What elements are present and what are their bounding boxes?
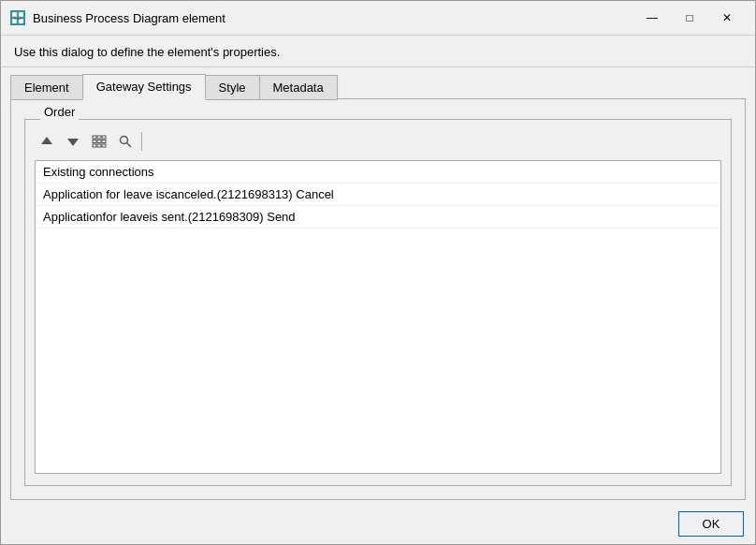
svg-rect-15 (102, 140, 106, 143)
order-toolbar (35, 128, 721, 155)
svg-marker-8 (41, 137, 52, 144)
list-item[interactable]: Applicationfor leaveis sent.(2121698309)… (36, 206, 720, 228)
tab-metadata[interactable]: Metadata (259, 75, 338, 100)
move-down-icon (66, 135, 80, 148)
svg-rect-11 (97, 136, 101, 139)
close-button[interactable]: ✕ (708, 7, 746, 29)
tab-content: Order (10, 98, 746, 500)
move-up-button[interactable] (35, 130, 59, 153)
svg-rect-14 (97, 140, 101, 143)
svg-marker-9 (67, 139, 79, 146)
tab-bar: Element Gateway Settings Style Metadata (1, 67, 755, 98)
move-down-button[interactable] (61, 130, 85, 153)
list-item[interactable]: Application for leave iscanceled.(212169… (36, 184, 720, 206)
svg-rect-18 (102, 144, 106, 147)
svg-line-20 (127, 143, 132, 148)
app-icon (10, 10, 25, 25)
svg-rect-2 (12, 19, 17, 23)
grid-button[interactable] (87, 130, 111, 153)
connections-list[interactable]: Existing connections Application for lea… (35, 160, 721, 474)
order-group: Order (24, 112, 732, 486)
bottom-bar: OK (1, 508, 755, 544)
svg-rect-12 (102, 136, 106, 139)
maximize-button[interactable]: □ (671, 7, 708, 29)
grid-icon (92, 135, 107, 148)
svg-rect-1 (19, 12, 23, 17)
move-up-icon (40, 135, 53, 148)
dialog-description: Use this dialog to define the element's … (1, 36, 755, 67)
search-button[interactable] (113, 130, 138, 153)
svg-rect-10 (93, 136, 96, 139)
toolbar-separator (141, 132, 142, 151)
svg-rect-3 (19, 19, 23, 23)
window-title: Business Process Diagram element (33, 11, 626, 25)
svg-rect-16 (93, 144, 96, 147)
search-icon (119, 135, 132, 148)
title-bar: Business Process Diagram element — □ ✕ (1, 1, 755, 36)
order-group-legend: Order (40, 105, 79, 119)
ok-button[interactable]: OK (678, 511, 744, 537)
dialog-window: Business Process Diagram element — □ ✕ U… (0, 0, 756, 545)
svg-rect-13 (93, 140, 96, 143)
svg-point-19 (121, 137, 128, 144)
connections-header: Existing connections (36, 161, 720, 184)
svg-rect-0 (12, 12, 17, 17)
window-controls: — □ ✕ (633, 7, 746, 29)
svg-rect-17 (97, 144, 101, 147)
tab-element[interactable]: Element (10, 75, 83, 100)
minimize-button[interactable]: — (633, 7, 671, 29)
group-box-inner: Existing connections Application for lea… (35, 128, 721, 474)
tab-gateway-settings[interactable]: Gateway Settings (82, 74, 206, 99)
tab-style[interactable]: Style (205, 75, 260, 100)
